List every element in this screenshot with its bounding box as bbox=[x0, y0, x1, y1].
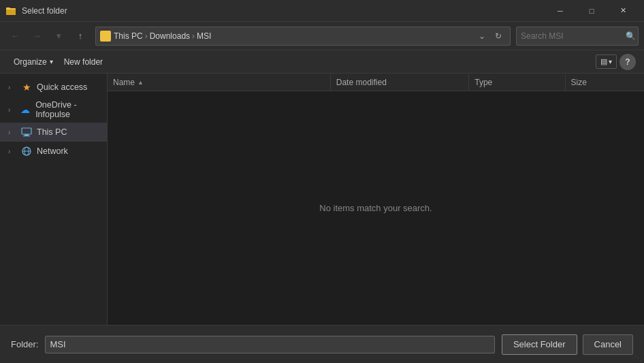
breadcrumb-msi[interactable]: MSI bbox=[197, 31, 211, 41]
empty-message: No items match your search. bbox=[319, 203, 432, 213]
breadcrumb-this-pc[interactable]: This PC bbox=[114, 31, 143, 41]
secondary-toolbar: Organize ▾ New folder ▤ ▾ ? bbox=[0, 50, 644, 74]
expand-icon: › bbox=[8, 106, 15, 114]
search-box[interactable]: 🔍 bbox=[516, 27, 639, 46]
quick-access-icon: ★ bbox=[20, 81, 33, 93]
close-button[interactable]: ✕ bbox=[607, 0, 639, 22]
title-bar-controls: ─ □ ✕ bbox=[545, 0, 639, 22]
cancel-button[interactable]: Cancel bbox=[583, 334, 633, 355]
sidebar-item-network[interactable]: › Network bbox=[0, 142, 107, 161]
folder-label: Folder: bbox=[11, 339, 38, 349]
bottom-buttons: Select Folder Cancel bbox=[502, 334, 633, 355]
column-header-name[interactable]: Name ▲ bbox=[108, 74, 331, 91]
address-refresh-button[interactable]: ↻ bbox=[491, 29, 506, 44]
svg-rect-2 bbox=[6, 7, 10, 10]
main-area: › ★ Quick access › ☁ OneDrive - Infopuls… bbox=[0, 74, 644, 325]
network-icon bbox=[20, 145, 33, 157]
onedrive-icon: ☁ bbox=[19, 104, 31, 116]
sidebar-item-onedrive[interactable]: › ☁ OneDrive - Infopulse bbox=[0, 97, 107, 123]
bottom-bar: Folder: Select Folder Cancel ⋱ bbox=[0, 325, 644, 363]
sidebar-label-this-pc: This PC bbox=[37, 127, 67, 137]
sidebar-label-onedrive: OneDrive - Infopulse bbox=[35, 100, 101, 119]
sidebar: › ★ Quick access › ☁ OneDrive - Infopuls… bbox=[0, 74, 108, 325]
help-button[interactable]: ? bbox=[619, 54, 636, 70]
sidebar-item-quick-access[interactable]: › ★ Quick access bbox=[0, 78, 107, 97]
svg-rect-4 bbox=[25, 134, 29, 136]
sidebar-item-this-pc[interactable]: › This PC bbox=[0, 123, 107, 142]
svg-rect-5 bbox=[23, 136, 30, 136]
forward-button[interactable]: → bbox=[27, 27, 46, 46]
svg-rect-3 bbox=[22, 128, 31, 134]
dropdown-button[interactable]: ▾ bbox=[49, 27, 68, 46]
column-header-date[interactable]: Date modified bbox=[331, 74, 469, 91]
minimize-button[interactable]: ─ bbox=[545, 0, 576, 22]
breadcrumb-downloads[interactable]: Downloads bbox=[150, 31, 190, 41]
column-header-type[interactable]: Type bbox=[469, 74, 565, 91]
view-button[interactable]: ▤ ▾ bbox=[596, 54, 617, 69]
navigation-toolbar: ← → ▾ ↑ This PC › Downloads › MSI ⌄ ↻ 🔍 bbox=[0, 22, 644, 50]
address-bar[interactable]: This PC › Downloads › MSI ⌄ ↻ bbox=[95, 27, 511, 46]
sidebar-label-network: Network bbox=[37, 146, 68, 156]
folder-input[interactable] bbox=[45, 336, 494, 353]
breadcrumb: This PC › Downloads › MSI bbox=[114, 31, 211, 41]
maximize-button[interactable]: □ bbox=[576, 0, 607, 22]
address-dropdown-button[interactable]: ⌄ bbox=[474, 29, 489, 44]
expand-icon: › bbox=[8, 129, 16, 136]
file-list-area: Name ▲ Date modified Type Size No items … bbox=[108, 74, 644, 325]
file-list-header: Name ▲ Date modified Type Size bbox=[108, 74, 644, 91]
title-bar-title: Select folder bbox=[22, 6, 539, 16]
search-input[interactable] bbox=[521, 31, 623, 41]
sidebar-label-quick-access: Quick access bbox=[37, 82, 87, 92]
sort-arrow: ▲ bbox=[138, 79, 144, 86]
title-bar-icon bbox=[5, 5, 16, 16]
new-folder-button[interactable]: New folder bbox=[59, 54, 108, 69]
folder-icon bbox=[100, 31, 111, 42]
back-button[interactable]: ← bbox=[5, 27, 25, 46]
resize-handle[interactable]: ⋱ bbox=[634, 354, 641, 362]
this-pc-icon bbox=[20, 126, 33, 138]
expand-icon: › bbox=[8, 148, 16, 155]
svg-rect-1 bbox=[6, 10, 16, 15]
select-folder-button[interactable]: Select Folder bbox=[502, 334, 577, 355]
up-button[interactable]: ↑ bbox=[71, 27, 90, 46]
title-bar: Select folder ─ □ ✕ bbox=[0, 0, 644, 22]
column-header-size[interactable]: Size bbox=[566, 74, 644, 91]
organize-button[interactable]: Organize ▾ bbox=[8, 54, 59, 69]
expand-icon: › bbox=[8, 84, 16, 91]
search-icon[interactable]: 🔍 bbox=[626, 31, 636, 41]
file-list-content: No items match your search. bbox=[108, 91, 644, 325]
